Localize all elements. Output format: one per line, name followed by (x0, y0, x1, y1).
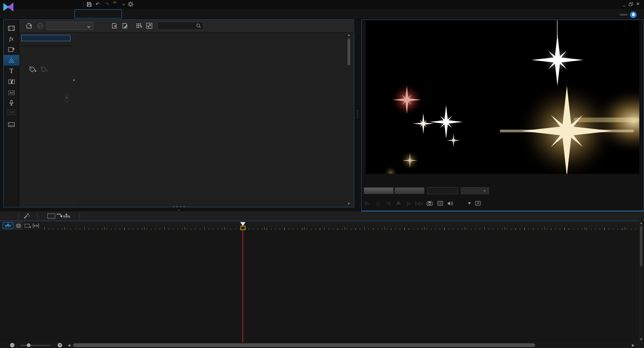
library-toolbar (19, 20, 354, 32)
snapshot-camera-icon[interactable] (426, 200, 433, 207)
download-from-directorzone-icon-disabled (36, 22, 44, 29)
timeline-tracks-area (0, 230, 644, 342)
audio-mixing-room-icon[interactable] (6, 88, 17, 97)
timeline-vertical-scrollbar[interactable]: ▲ ▼ (639, 221, 643, 342)
aspect-ratio-selector[interactable] (113, 2, 116, 3)
add-tag-icon[interactable] (29, 66, 36, 72)
menu-divider (83, 1, 84, 7)
powerdirector-logo (3, 2, 14, 12)
scroll-down-icon[interactable]: ▼ (639, 338, 643, 341)
media-room-icon[interactable] (6, 24, 17, 32)
preview-quality-icon[interactable] (436, 200, 444, 207)
undo-icon[interactable]: ↶ (96, 1, 100, 7)
track-manager-button[interactable] (24, 222, 32, 229)
aspect-chevron-icon[interactable] (122, 3, 125, 5)
preview-video-display[interactable] (366, 20, 639, 174)
library-panel: fx T 123 (3, 19, 354, 207)
film-clip-icon (47, 212, 56, 220)
library-scrollbar[interactable]: ▲ ▼ (346, 33, 351, 206)
timeline-view-button-active[interactable] (3, 222, 13, 229)
title-room-icon[interactable]: T (6, 67, 17, 75)
scroll-up-icon[interactable]: ▲ (346, 33, 351, 37)
preview-timecode-display[interactable] (427, 187, 458, 194)
category-panel: ▲ (19, 32, 76, 207)
minimize-button[interactable]: _ (621, 1, 627, 6)
3d-mode-button[interactable] (457, 200, 465, 207)
next-frame-button[interactable]: ▷ (405, 200, 413, 207)
remove-tag-icon-disabled (40, 66, 47, 72)
timeline-track-icon (62, 212, 71, 220)
library-scrollbar-thumb[interactable] (347, 39, 350, 65)
fast-forward-button[interactable]: ▷▷ (416, 200, 423, 207)
effect-room-icon[interactable]: fx (6, 34, 17, 43)
3d-dropdown-chevron-icon[interactable] (468, 200, 471, 207)
toolbar-divider (37, 213, 37, 219)
movie-mode-button[interactable] (394, 187, 425, 194)
selected-filter-box[interactable] (21, 35, 70, 41)
previous-frame-button[interactable]: ◁ (384, 200, 392, 207)
scroll-down-icon[interactable]: ▼ (346, 202, 351, 205)
close-button[interactable]: ✕ (635, 1, 641, 6)
chevron-down-icon (483, 190, 486, 192)
category-divider (21, 46, 72, 46)
redo-icon[interactable]: ↷ (105, 1, 109, 7)
preview-panel: ▷ □ ◁ ▷ ▷▷ (361, 19, 644, 211)
settings-gear-icon[interactable] (128, 1, 133, 7)
pip-objects-room-icon[interactable] (6, 45, 17, 54)
save-icon[interactable] (87, 2, 92, 7)
particle-room-icon-selected[interactable] (4, 55, 19, 66)
fit-zoom-dropdown[interactable] (461, 187, 489, 194)
title-bar: ↶ ↷ _ ✕ (0, 0, 644, 9)
timeline-vscroll-thumb[interactable] (640, 226, 642, 266)
resize-thumbnails-icon[interactable] (145, 22, 153, 29)
voiceover-room-icon[interactable] (6, 98, 17, 107)
storyboard-view-button[interactable] (15, 222, 22, 229)
clip-mode-button[interactable] (364, 187, 394, 194)
undock-preview-icon[interactable] (474, 200, 481, 207)
new-folder-icon[interactable] (111, 22, 119, 29)
transport-controls: ▷ □ ◁ ▷ ▷▷ (364, 198, 642, 208)
edit-item-icon[interactable] (121, 22, 129, 29)
category-scroll-up-icon[interactable]: ▲ (72, 78, 75, 81)
timeline-toolbar (0, 211, 644, 221)
collapse-category-panel-button[interactable]: ‹ (64, 93, 69, 103)
library-item-grid (77, 32, 345, 200)
range-selection-button[interactable] (32, 222, 40, 229)
zoom-out-button[interactable]: − (10, 343, 14, 347)
timeline-bottom-bar: − + ◀ ▶ (0, 342, 644, 348)
tab-edit[interactable] (85, 9, 111, 18)
scroll-left-icon[interactable]: ◀ (68, 343, 70, 347)
chapter-room-icon-disabled: 123 (8, 110, 15, 115)
app-badge[interactable] (620, 14, 627, 15)
zoom-slider[interactable] (21, 345, 51, 346)
volume-speaker-icon[interactable] (447, 200, 454, 207)
horizontal-scrollbar-thumb[interactable] (73, 343, 535, 347)
toolbar-divider (79, 213, 80, 219)
library-filter-dropdown[interactable] (46, 22, 93, 30)
stop-button[interactable]: □ (374, 200, 381, 207)
scroll-right-icon[interactable]: ▶ (632, 343, 635, 347)
magic-wand-icon[interactable] (22, 212, 31, 220)
seek-button[interactable] (395, 200, 402, 207)
preview-control-row (364, 187, 642, 196)
panel-splitter-handle[interactable]: •••• (356, 110, 359, 123)
room-icon-rail: fx T 123 (4, 20, 19, 207)
panel-resize-handle[interactable]: • • • • • (171, 205, 187, 212)
tab-create-disc[interactable] (178, 9, 218, 18)
subtitle-room-icon[interactable] (6, 120, 17, 129)
playhead-range-box[interactable] (240, 226, 246, 230)
ruler-major-ticks (44, 227, 637, 230)
zoom-in-button[interactable]: + (58, 343, 62, 347)
scroll-up-icon[interactable]: ▲ (639, 221, 643, 225)
transition-room-icon[interactable] (6, 77, 17, 86)
tab-produce[interactable] (131, 9, 162, 18)
sort-library-icon[interactable] (135, 22, 143, 29)
search-icon[interactable] (196, 23, 201, 28)
mode-tab-bar (0, 9, 644, 19)
import-media-icon[interactable] (25, 22, 34, 29)
zoom-slider-thumb[interactable] (27, 343, 31, 347)
play-button[interactable]: ▷ (364, 200, 371, 207)
timeline-ruler[interactable] (0, 221, 644, 230)
toolbar-divider (18, 213, 19, 219)
notification-bell-icon[interactable] (630, 11, 637, 18)
